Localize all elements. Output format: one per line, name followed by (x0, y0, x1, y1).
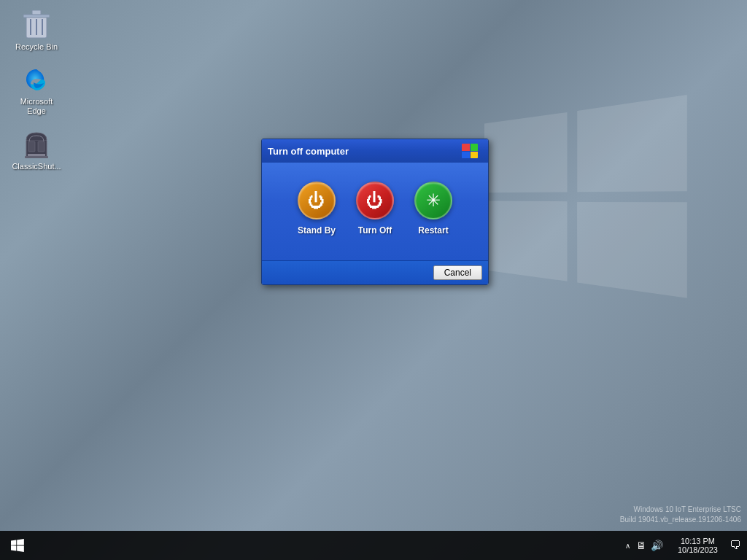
turnoff-label: Turn Off (358, 225, 392, 236)
standby-circle: ⏻ (298, 182, 336, 219)
dialog-titlebar: Turn off computer (262, 139, 488, 163)
flag-red (462, 144, 470, 151)
turnoff-circle: ⏻ (356, 182, 394, 219)
restart-circle: ✳ (414, 182, 452, 219)
flag-blue (462, 152, 470, 159)
restart-button[interactable]: ✳ Restart (410, 177, 457, 240)
restart-icon: ✳ (426, 192, 441, 209)
standby-button[interactable]: ⏻ Stand By (293, 177, 340, 240)
flag-yellow (471, 152, 479, 159)
dialog-footer: Cancel (262, 260, 488, 284)
dialog-body: ⏻ Stand By ⏻ Turn Off ✳ (262, 163, 488, 260)
cancel-button[interactable]: Cancel (433, 265, 482, 280)
power-buttons-row: ⏻ Stand By ⏻ Turn Off ✳ (293, 177, 457, 240)
standby-icon: ⏻ (308, 192, 325, 209)
dialog-overlay: Turn off computer ⏻ (0, 0, 747, 560)
turnoff-button[interactable]: ⏻ Turn Off (352, 177, 398, 240)
turnoff-icon: ⏻ (366, 192, 384, 209)
desktop: Recycle Bin Microsoft Edge (0, 0, 747, 560)
standby-label: Stand By (298, 225, 336, 236)
restart-label: Restart (418, 225, 448, 236)
flag-green (471, 144, 479, 151)
dialog-title: Turn off computer (268, 146, 349, 157)
turnoff-dialog: Turn off computer ⏻ (261, 139, 489, 285)
windows-xp-logo (462, 143, 482, 159)
